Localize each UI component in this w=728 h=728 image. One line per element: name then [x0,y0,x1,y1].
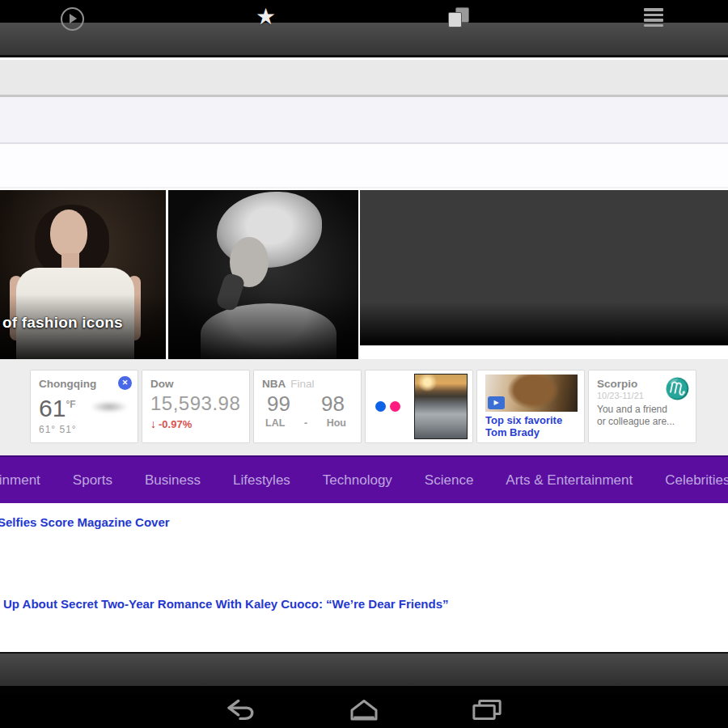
article-link-selfies[interactable]: Selfies Score Magazine Cover [0,515,170,529]
browser-address-bar-area [0,97,728,144]
figure-face [50,210,87,256]
video-card[interactable]: ▶ Top six favorite Tom Brady [476,370,585,443]
nba-league: NBA [262,378,286,390]
article-link-kaley-cuoco[interactable]: Up About Secret Two-Year Romance With Ka… [3,597,449,611]
news-carousel: of fashion icons [0,187,728,361]
stock-name: Dow [150,378,241,390]
android-nav-bar [0,693,728,728]
browser-tab-strip [0,60,728,97]
tabs-icon[interactable] [447,7,471,28]
bezel-strip [0,686,728,693]
carousel-caption: of fashion icons [2,314,123,332]
bookmark-star-icon[interactable]: ★ [256,3,276,30]
stock-down-arrow-icon: ↓ [150,417,156,430]
flickr-photo-thumbnail [414,374,468,439]
category-nav-row: Entertainment Sports Business Lifestyles… [0,472,728,489]
weather-badge-icon[interactable]: ✕ [118,376,132,390]
carousel-slide-marilyn[interactable] [168,190,358,361]
nav-item-lifestyles[interactable]: Lifestyles [233,472,290,489]
flickr-blue-dot [375,401,386,412]
nba-score-card[interactable]: NBAFinal 99 98 LAL - Hou [253,370,362,443]
list-bar [644,24,663,28]
weather-city: Chongqing [39,378,129,390]
nba-home-team: LAL [265,417,285,429]
stock-change-value: -0.97% [159,418,192,430]
nav-item-sports[interactable]: Sports [73,472,112,489]
video-play-icon: ▶ [488,396,505,409]
carousel-slide-fashion-icons[interactable]: of fashion icons [0,190,166,361]
nba-teams: LAL - Hou [262,417,353,429]
nav-item-celebrities[interactable]: Celebrities [665,472,728,489]
caption-scrim [168,294,358,361]
weather-temp-value: 61 [39,395,66,421]
flickr-card[interactable] [365,370,473,443]
carousel-slide-empty[interactable] [360,190,728,345]
nav-item-entertainment[interactable]: Entertainment [0,472,40,489]
home-button[interactable] [346,698,382,722]
nav-item-science[interactable]: Science [425,472,473,489]
back-icon [222,698,258,722]
nba-away-team: Hou [327,417,346,429]
menu-list-icon[interactable] [644,8,663,27]
nba-separator: - [304,417,307,429]
cloud-icon [91,401,128,413]
page-top-blank [0,144,728,187]
video-title: Top six favorite Tom Brady [485,414,576,438]
nav-item-arts-entertainment[interactable]: Arts & Entertainment [506,472,633,489]
stock-change: ↓-0.97% [150,417,241,430]
list-bar [644,14,663,17]
weather-card[interactable]: Chongqing ✕ 61°F 61° 51° [30,370,138,443]
nba-status: Final [290,378,314,390]
play-circle-icon[interactable] [61,7,84,31]
nav-item-business[interactable]: Business [145,472,201,489]
category-nav-bar: Entertainment Sports Business Lifestyles… [0,455,728,503]
home-icon [346,698,382,722]
stock-value: 15,593.98 [150,392,241,415]
nav-item-technology[interactable]: Technology [323,472,392,489]
recents-icon [469,698,505,722]
stock-card[interactable]: Dow 15,593.98 ↓-0.97% [142,370,250,443]
nba-away-score: 98 [321,392,345,416]
flickr-icon [375,401,400,412]
browser-toolbar [0,652,728,686]
tablet-screen: of fashion icons Chongqing ✕ 61°F 61° 51… [0,0,728,728]
horoscope-card[interactable]: Scorpio 10/23-11/21 ♏ You and a friend o… [588,370,696,443]
horoscope-preview: You and a friend or colleague are... [597,404,678,428]
list-bar [644,8,663,11]
scorpio-icon: ♏ [662,375,692,403]
tab-page-front [448,12,462,28]
nba-header: NBAFinal [262,378,353,390]
list-bar [644,19,663,22]
video-thumbnail: ▶ [485,375,578,412]
flickr-pink-dot [390,401,400,412]
play-triangle [70,14,77,23]
weather-unit: °F [66,399,75,410]
weather-high-low: 61° 51° [39,424,129,435]
nba-scores: 99 98 [262,392,353,416]
recents-button[interactable] [469,698,505,722]
browser-action-bar [0,23,728,57]
status-bar [0,0,728,23]
nba-home-score: 99 [267,392,290,416]
back-button[interactable] [222,698,258,722]
